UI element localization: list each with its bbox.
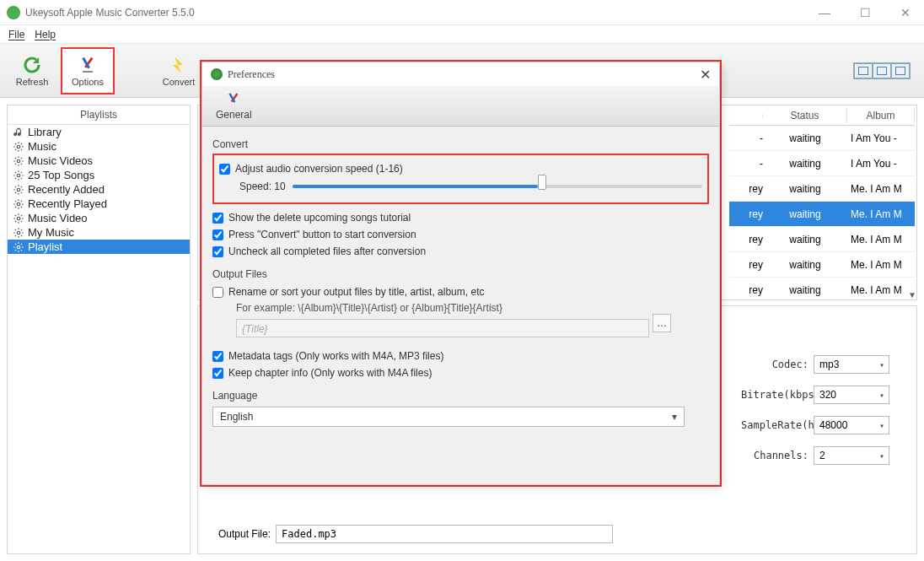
app-icon — [7, 6, 20, 19]
rename-pattern-input[interactable]: {Title} — [236, 319, 649, 337]
gear-icon — [13, 170, 24, 181]
menu-help[interactable]: Help — [35, 29, 56, 40]
col-status[interactable]: Status — [763, 108, 847, 123]
uncheck-completed-checkbox[interactable] — [212, 246, 223, 257]
language-select[interactable]: English — [212, 407, 685, 427]
samplerate-select[interactable]: 48000 — [814, 416, 889, 434]
show-tutorial-checkbox[interactable] — [212, 213, 223, 224]
convert-section-label: Convert — [212, 138, 709, 150]
speed-value-label: Speed: 10 — [239, 181, 286, 192]
gear-icon — [13, 141, 24, 153]
svg-point-5 — [17, 188, 20, 191]
playlist-item-25-top-songs[interactable]: 25 Top Songs — [8, 168, 190, 182]
adjust-speed-label: Adjust audio conversion speed (1-16) — [235, 163, 403, 175]
pref-title: Preferences — [228, 68, 275, 81]
table-row[interactable]: reywaitingMe. I Am M — [729, 202, 915, 227]
table-row[interactable]: reywaitingMe. I Am M — [729, 252, 915, 278]
playlist-item-library[interactable]: Library — [8, 125, 190, 139]
options-button[interactable]: Options — [61, 47, 115, 94]
rename-checkbox[interactable] — [212, 287, 223, 298]
speed-highlight: Adjust audio conversion speed (1-16) Spe… — [212, 154, 709, 204]
playlist-item-music-video[interactable]: Music Video — [8, 211, 190, 225]
refresh-icon — [22, 55, 42, 75]
menu-file[interactable]: File — [8, 29, 24, 40]
scroll-indicator[interactable]: ▼ — [908, 290, 916, 299]
channels-select[interactable]: 2 — [814, 446, 889, 465]
metadata-checkbox[interactable] — [212, 351, 223, 362]
layout-toggle[interactable] — [853, 62, 911, 79]
preferences-dialog: Preferences ✕ General Convert Adjust aud… — [201, 62, 720, 485]
pref-tab-general[interactable]: General — [211, 89, 257, 122]
rename-example: For example: \{Album}\{Title}\{Artist} o… — [212, 302, 709, 314]
maximize-button[interactable]: ☐ — [853, 7, 877, 19]
gear-icon — [13, 241, 24, 253]
general-icon — [224, 91, 243, 108]
convert-icon — [169, 55, 189, 75]
speed-slider[interactable] — [293, 179, 702, 194]
rename-browse-button[interactable]: … — [653, 314, 671, 332]
table-row[interactable]: reywaitingMe. I Am M — [729, 176, 915, 202]
bitrate-select[interactable]: 320 — [814, 386, 889, 404]
gear-icon — [13, 227, 24, 239]
adjust-speed-checkbox[interactable] — [219, 164, 230, 175]
svg-point-8 — [17, 231, 20, 235]
output-file-label: Output File: — [218, 528, 271, 540]
pref-close-button[interactable]: ✕ — [700, 67, 711, 83]
pref-icon — [211, 68, 223, 80]
svg-point-7 — [17, 217, 20, 220]
table-row[interactable]: -waitingI Am You - — [729, 151, 915, 176]
table-row[interactable]: reywaitingMe. I Am M — [729, 278, 915, 300]
close-button[interactable]: ✕ — [894, 7, 917, 19]
gear-icon — [13, 184, 24, 196]
titlebar: Ukeysoft Apple Music Converter 5.5.0 — ☐… — [0, 0, 924, 25]
app-title: Ukeysoft Apple Music Converter 5.5.0 — [25, 7, 195, 19]
playlist-item-recently-played[interactable]: Recently Played — [8, 197, 190, 211]
convert-button[interactable]: Convert — [152, 47, 206, 94]
svg-point-3 — [17, 159, 20, 163]
table-row[interactable]: -waitingI Am You - — [729, 126, 915, 151]
table-row[interactable]: reywaitingMe. I Am M — [729, 227, 915, 252]
svg-point-4 — [17, 174, 20, 177]
playlist-item-music-videos[interactable]: Music Videos — [8, 154, 190, 168]
gear-icon — [13, 155, 24, 167]
svg-point-9 — [17, 245, 20, 249]
col-album[interactable]: Album — [847, 108, 915, 123]
press-convert-checkbox[interactable] — [212, 229, 223, 240]
playlist-item-recently-added[interactable]: Recently Added — [8, 182, 190, 197]
svg-point-6 — [17, 202, 20, 206]
bitrate-label: Bitrate(kbps): — [741, 389, 808, 401]
menubar: File Help — [0, 25, 924, 44]
playlists-panel: Playlists LibraryMusicMusic Videos25 Top… — [7, 105, 191, 554]
outputfiles-section-label: Output Files — [212, 268, 709, 280]
options-icon — [78, 55, 98, 75]
gear-icon — [13, 213, 24, 224]
svg-point-2 — [17, 145, 20, 148]
channels-label: Channels: — [741, 450, 808, 461]
codec-label: Codec: — [741, 359, 808, 370]
codec-select[interactable]: mp3 — [814, 355, 889, 374]
output-file-input[interactable] — [276, 525, 613, 543]
playlists-header: Playlists — [8, 105, 190, 125]
music-note-icon — [13, 127, 24, 138]
minimize-button[interactable]: — — [813, 7, 836, 19]
chapter-checkbox[interactable] — [212, 368, 223, 379]
playlist-item-playlist[interactable]: Playlist — [8, 240, 190, 254]
language-section-label: Language — [212, 390, 709, 402]
playlist-item-music[interactable]: Music — [8, 139, 190, 154]
refresh-button[interactable]: Refresh — [5, 47, 59, 94]
gear-icon — [13, 198, 24, 210]
playlist-item-my-music[interactable]: My Music — [8, 225, 190, 240]
samplerate-label: SampleRate(hz): — [741, 419, 808, 431]
